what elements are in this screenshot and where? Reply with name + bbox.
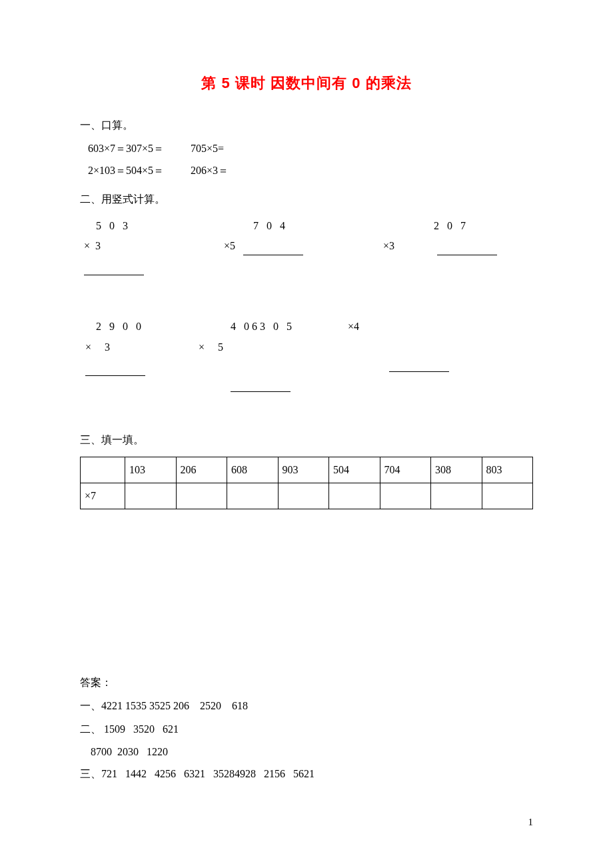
vprob-4-top: 2 9 0 0 <box>96 317 145 337</box>
section3-heading: 三、填一填。 <box>80 433 533 447</box>
mental-math-row2: 2×103＝504×5＝ 206×3＝ <box>80 164 533 178</box>
rule-line <box>85 375 145 376</box>
vprob-3: 2 0 7 ×3 <box>383 216 497 277</box>
vprob-6-op: ×4 <box>348 317 449 337</box>
th-2: 206 <box>176 457 227 483</box>
cell-blank[interactable] <box>380 483 431 509</box>
rule-line <box>437 255 497 255</box>
mm-r2-a: 2×103＝504×5＝ <box>88 165 164 176</box>
mm-r2-b: 206×3＝ <box>191 165 229 176</box>
th-6: 704 <box>380 457 431 483</box>
vprob-4: 2 9 0 0 × 3 <box>96 317 145 393</box>
th-3: 608 <box>227 457 279 483</box>
mm-r1-b: 705×5= <box>191 143 224 154</box>
answers-heading: 答案： <box>80 676 533 690</box>
cell-blank[interactable] <box>278 483 329 509</box>
mm-r1-a: 603×7＝307×5＝ <box>88 143 164 154</box>
th-8: 803 <box>482 457 533 483</box>
vprob-3-op-text: ×3 <box>383 240 394 251</box>
th-7: 308 <box>431 457 482 483</box>
vprob-2-op-text: ×5 <box>224 240 235 251</box>
vprob-5-top: 4 063 0 5 <box>199 317 295 337</box>
vprob-2: 7 0 4 ×5 <box>224 216 303 277</box>
vprob-1-top: 5 0 3 <box>96 216 144 236</box>
vertical-problems: 5 0 3 × 3 7 0 4 ×5 2 0 7 ×3 2 9 0 0 × 3 <box>80 216 533 393</box>
cell-blank[interactable] <box>482 483 533 509</box>
table-row: 103 206 608 903 504 704 308 803 <box>81 457 533 483</box>
rule-line <box>231 391 291 392</box>
cell-blank[interactable] <box>431 483 482 509</box>
answers-block: 答案： 一、4221 1535 3525 206 2520 618 二、 150… <box>80 676 533 781</box>
vprob-1: 5 0 3 × 3 <box>96 216 144 277</box>
vprob-6: ×4 <box>348 317 449 393</box>
page-title: 第 5 课时 因数中间有 0 的乘法 <box>80 73 533 93</box>
rule-line <box>389 371 449 372</box>
worksheet-page: 第 5 课时 因数中间有 0 的乘法 一、口算。 603×7＝307×5＝ 70… <box>0 0 613 868</box>
mental-math-row1: 603×7＝307×5＝ 705×5= <box>80 142 533 156</box>
th-blank <box>81 457 125 483</box>
vertical-row-2: 2 9 0 0 × 3 4 063 0 5 × 5 ×4 <box>80 317 533 393</box>
vprob-4-op: × 3 <box>85 337 145 357</box>
th-5: 504 <box>329 457 380 483</box>
answers-line-1: 一、4221 1535 3525 206 2520 618 <box>80 699 533 713</box>
vprob-2-op: ×5 <box>224 236 303 256</box>
th-1: 103 <box>125 457 177 483</box>
vprob-5: 4 063 0 5 × 5 <box>199 317 295 393</box>
vprob-1-op: × 3 <box>84 236 144 256</box>
th-4: 903 <box>278 457 329 483</box>
vprob-2-top: 7 0 4 <box>224 216 303 236</box>
vprob-3-top: 2 0 7 <box>383 216 497 236</box>
section1-heading: 一、口算。 <box>80 119 533 133</box>
fill-table: 103 206 608 903 504 704 308 803 ×7 <box>80 457 533 509</box>
cell-blank[interactable] <box>329 483 380 509</box>
table-row: ×7 <box>81 483 533 509</box>
cell-blank[interactable] <box>125 483 177 509</box>
cell-blank[interactable] <box>176 483 227 509</box>
cell-blank[interactable] <box>227 483 279 509</box>
section2-heading: 二、用竖式计算。 <box>80 193 533 207</box>
rule-line <box>243 255 303 255</box>
answers-line-3: 三、721 1442 4256 6321 35284928 2156 5621 <box>80 767 533 781</box>
answers-line-2: 二、 1509 3520 621 <box>80 723 533 737</box>
answers-line-2b: 8700 2030 1220 <box>80 746 533 758</box>
row-label: ×7 <box>81 483 125 509</box>
page-number: 1 <box>528 817 534 828</box>
vertical-row-1: 5 0 3 × 3 7 0 4 ×5 2 0 7 ×3 <box>80 216 533 277</box>
vprob-3-op: ×3 <box>383 236 497 256</box>
vprob-5-op: × 5 <box>199 337 295 357</box>
rule-line <box>84 275 144 275</box>
